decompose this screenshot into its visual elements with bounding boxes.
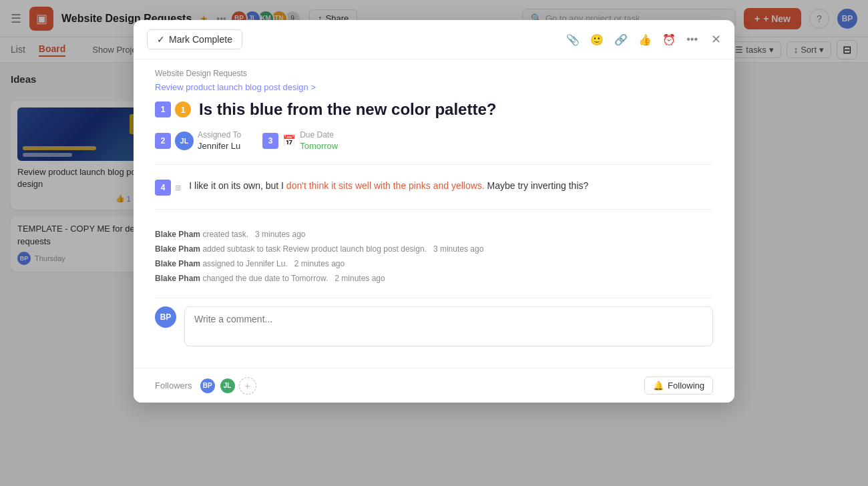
followers-row: Followers BP JL + 🔔 Following: [134, 368, 734, 403]
bell-icon: 🔔: [653, 381, 664, 391]
mark-complete-button[interactable]: ✓ Mark Complete: [147, 29, 242, 49]
modal-body: Website Design Requests Review product l…: [134, 59, 734, 368]
step-num-1: 1: [175, 101, 191, 117]
fields-row: 2 JL Assigned To Jennifer Lu 3 📅 Due Dat…: [155, 130, 713, 165]
calendar-icon: 📅: [282, 134, 296, 147]
due-date-field: 3 📅 Due Date Tomorrow: [262, 130, 338, 151]
description-row: 4 ≡ I like it on its own, but I don't th…: [155, 178, 713, 210]
activity-line-3: Blake Pham assigned to Jennifer Lu. 2 mi…: [155, 258, 713, 270]
step-badge-2: 2: [155, 133, 171, 149]
highlighted-text: don't think it sits well with the pinks …: [286, 180, 485, 191]
follower-avatar-2: JL: [219, 377, 236, 395]
followers-label: Followers: [155, 381, 192, 391]
modal-overlay: ✓ Mark Complete 📎 🙂 🔗 👍 ⏰ ••• ✕ Website …: [0, 0, 868, 486]
link-icon[interactable]: 🔗: [614, 33, 628, 46]
task-title: Is this blue from the new color palette?: [199, 99, 496, 119]
thumbsup-icon[interactable]: 👍: [638, 33, 652, 46]
assigned-to-field: 2 JL Assigned To Jennifer Lu: [155, 130, 241, 151]
modal-header: ✓ Mark Complete 📎 🙂 🔗 👍 ⏰ ••• ✕: [134, 20, 734, 59]
add-follower-button[interactable]: +: [239, 377, 256, 395]
activity-line-2: Blake Pham added subtask to task Review …: [155, 243, 713, 255]
breadcrumb: Website Design Requests: [155, 59, 713, 82]
attachment-icon[interactable]: 📎: [566, 33, 580, 46]
assignee-name: Jennifer Lu: [198, 141, 241, 151]
due-date-value: Tomorrow: [300, 141, 338, 151]
follower-avatar-1: BP: [199, 377, 216, 395]
timer-icon[interactable]: ⏰: [662, 33, 676, 46]
step-badge-4: 4: [155, 180, 171, 196]
assigned-to-label: Assigned To: [198, 130, 241, 140]
title-row: 1 1 Is this blue from the new color pale…: [155, 99, 713, 119]
close-icon[interactable]: ✕: [711, 32, 721, 47]
more-actions-icon[interactable]: •••: [686, 33, 698, 45]
check-icon: ✓: [157, 34, 165, 45]
emoji-icon[interactable]: 🙂: [590, 33, 604, 46]
following-button[interactable]: 🔔 Following: [644, 377, 713, 395]
parent-task-link[interactable]: Review product launch blog post design >: [155, 82, 713, 92]
step-badge-3: 3: [262, 133, 278, 149]
activity-section: Blake Pham created task. 3 minutes ago B…: [155, 223, 713, 298]
modal-header-icons: 📎 🙂 🔗 👍 ⏰ ••• ✕: [566, 32, 721, 47]
task-modal: ✓ Mark Complete 📎 🙂 🔗 👍 ⏰ ••• ✕ Website …: [134, 20, 734, 403]
comment-input[interactable]: [184, 306, 713, 346]
assignee-avatar: JL: [175, 132, 194, 150]
due-date-label: Due Date: [300, 130, 338, 140]
comment-user-avatar: BP: [155, 306, 176, 328]
comment-section: BP: [155, 298, 713, 354]
description-icon: ≡: [175, 182, 181, 194]
activity-line-4: Blake Pham changed the due date to Tomor…: [155, 272, 713, 284]
activity-line-1: Blake Pham created task. 3 minutes ago: [155, 228, 713, 240]
description-text: I like it on its own, but I don't think …: [189, 178, 713, 193]
step-badge-1: 1: [155, 101, 171, 117]
